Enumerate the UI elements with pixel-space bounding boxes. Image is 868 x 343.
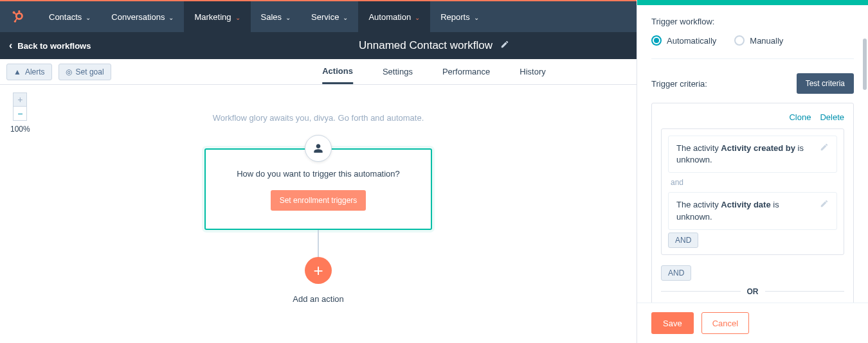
hubspot-logo-icon[interactable]: [10, 9, 26, 24]
nav-conversations-label: Conversations: [111, 12, 165, 22]
nav-sales-label: Sales: [261, 12, 282, 22]
panel-accent-bar: [637, 0, 868, 5]
cancel-button[interactable]: Cancel: [701, 312, 749, 334]
nav-conversations[interactable]: Conversations⌄: [101, 1, 184, 32]
chevron-down-icon: ⌄: [285, 14, 291, 21]
pencil-icon[interactable]: [500, 40, 509, 51]
or-label: OR: [747, 287, 759, 296]
trigger-criteria-label: Trigger criteria:: [651, 79, 707, 89]
criteria-group: The activity Activity created by is unkn…: [661, 128, 844, 255]
set-enrollment-triggers-button[interactable]: Set enrollment triggers: [271, 190, 366, 211]
chevron-down-icon: ⌄: [474, 14, 479, 21]
nav-sales[interactable]: Sales⌄: [251, 1, 302, 32]
panel-footer: Save Cancel: [637, 303, 868, 343]
chevron-down-icon: ⌄: [168, 14, 174, 21]
radio-manually[interactable]: Manually: [734, 35, 783, 46]
tab-history[interactable]: History: [520, 59, 545, 84]
person-icon: [305, 135, 332, 162]
condition-2-text: The activity Activity date is unknown.: [676, 199, 815, 222]
and-join-label: and: [671, 178, 837, 187]
back-to-workflows[interactable]: ‹ Back to workflows: [9, 40, 91, 51]
trigger-question: How do you want to trigger this automati…: [237, 169, 400, 179]
tabs: Actions Settings Performance History: [322, 59, 546, 84]
radio-manual-label: Manually: [750, 36, 783, 46]
nav-reports[interactable]: Reports⌄: [430, 1, 489, 32]
nav-service[interactable]: Service⌄: [301, 1, 358, 32]
radio-automatically[interactable]: Automatically: [651, 35, 716, 46]
set-goal-button[interactable]: ◎ Set goal: [59, 64, 111, 80]
chevron-down-icon: ⌄: [86, 14, 91, 21]
condition-2[interactable]: The activity Activity date is unknown.: [668, 192, 837, 229]
connector-line: [318, 230, 319, 257]
radio-auto-label: Automatically: [667, 36, 716, 46]
bell-icon: ▲: [14, 67, 21, 76]
chevron-down-icon: ⌄: [343, 14, 348, 21]
set-goal-label: Set goal: [76, 67, 104, 76]
nav-automation-label: Automation: [368, 12, 411, 22]
or-divider: OR: [661, 287, 844, 296]
pencil-icon[interactable]: [820, 199, 829, 210]
pencil-icon[interactable]: [820, 143, 829, 154]
clone-link[interactable]: Clone: [789, 112, 811, 122]
workflow-title: Unnamed Contact workflow: [359, 39, 493, 52]
scrollbar-vertical[interactable]: [863, 39, 867, 90]
radio-on-icon: [651, 35, 662, 46]
target-icon: ◎: [66, 67, 72, 76]
save-button[interactable]: Save: [651, 312, 694, 334]
nav-contacts[interactable]: Contacts⌄: [39, 1, 101, 32]
svg-line-6: [15, 19, 17, 22]
and-outer-button[interactable]: AND: [661, 265, 691, 281]
trigger-workflow-label: Trigger workflow:: [651, 17, 854, 26]
nav-automation[interactable]: Automation⌄: [358, 1, 430, 32]
tab-actions[interactable]: Actions: [322, 59, 353, 84]
nav-contacts-label: Contacts: [49, 12, 82, 22]
nav-marketing-label: Marketing: [194, 12, 231, 22]
back-label: Back to workflows: [17, 41, 91, 51]
chevron-left-icon: ‹: [9, 40, 12, 51]
condition-1[interactable]: The activity Activity created by is unkn…: [668, 136, 837, 173]
chevron-down-icon: ⌄: [235, 14, 240, 21]
alerts-label: Alerts: [25, 67, 45, 76]
add-action-label: Add an action: [293, 294, 344, 304]
trigger-side-panel: Trigger workflow: Automatically Manually…: [637, 0, 868, 343]
condition-1-text: The activity Activity created by is unkn…: [676, 143, 815, 166]
radio-off-icon: [734, 35, 745, 46]
canvas-hint: Workflow glory awaits you, divya. Go for…: [213, 113, 424, 123]
svg-point-1: [16, 13, 22, 19]
add-action-button[interactable]: +: [305, 257, 332, 284]
chevron-down-icon: ⌄: [415, 14, 420, 21]
nav-service-label: Service: [311, 12, 339, 22]
canvas: + − 100% Workflow glory awaits you, divy…: [0, 85, 637, 343]
criteria-box: Clone Delete The activity Activity creat…: [651, 103, 854, 303]
test-criteria-button[interactable]: Test criteria: [797, 73, 854, 94]
alerts-button[interactable]: ▲ Alerts: [6, 64, 52, 80]
nav-marketing[interactable]: Marketing⌄: [184, 1, 250, 32]
nav-reports-label: Reports: [440, 12, 470, 22]
tab-settings[interactable]: Settings: [383, 59, 413, 84]
and-inner-button[interactable]: AND: [668, 233, 698, 248]
tab-performance[interactable]: Performance: [442, 59, 490, 84]
delete-link[interactable]: Delete: [820, 112, 844, 122]
